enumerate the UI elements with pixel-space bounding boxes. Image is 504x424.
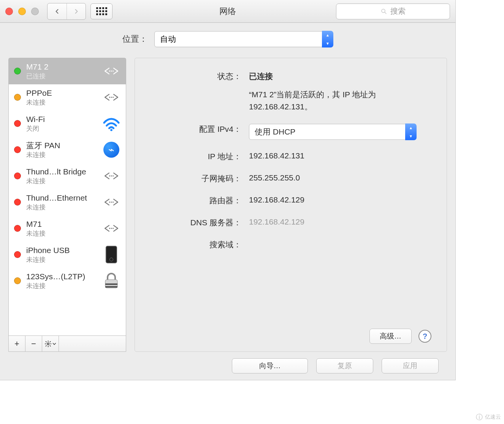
- config-ipv4-value: 使用 DHCP: [255, 127, 295, 137]
- advanced-button[interactable]: 高级…: [369, 329, 412, 344]
- interface-status: 未连接: [26, 282, 97, 290]
- interface-status: 未连接: [26, 151, 97, 159]
- svg-point-10: [111, 175, 112, 176]
- panels: M71 2已连接PPPoE未连接Wi-Fi关闭蓝牙 PAN未连接⌁Thund…l…: [8, 58, 447, 352]
- back-button[interactable]: [48, 3, 67, 19]
- dns-label: DNS 服务器：: [150, 216, 249, 228]
- ethernet-icon: [102, 219, 120, 237]
- interface-name: 蓝牙 PAN: [26, 141, 97, 150]
- interface-item[interactable]: M71 2已连接: [9, 58, 126, 84]
- interface-item[interactable]: M71未连接: [9, 215, 126, 242]
- status-dot-icon: [14, 94, 21, 101]
- svg-point-12: [109, 201, 110, 203]
- bluetooth-icon: ⌁: [102, 141, 120, 159]
- interface-name: Wi-Fi: [26, 114, 97, 124]
- status-dot-icon: [14, 277, 21, 284]
- watermark-logo-icon: ⓘ: [476, 413, 483, 422]
- ethernet-icon: [102, 88, 120, 106]
- interface-status: 未连接: [26, 177, 97, 185]
- watermark-text: 亿速云: [485, 414, 501, 421]
- interface-text: PPPoE未连接: [26, 88, 97, 106]
- traffic-lights: [5, 8, 39, 15]
- status-dot-icon: [14, 120, 21, 127]
- searchdomain-value: [249, 238, 431, 239]
- search-input[interactable]: 搜索: [336, 3, 450, 19]
- interface-text: M71未连接: [26, 219, 97, 237]
- svg-point-8: [110, 129, 113, 131]
- status-dot-icon: [14, 251, 21, 258]
- interface-item[interactable]: iPhone USB未连接: [9, 242, 126, 268]
- sidebar-footer: + −: [9, 335, 126, 351]
- interface-item[interactable]: Wi-Fi关闭: [9, 111, 126, 137]
- remove-interface-button[interactable]: −: [25, 336, 42, 351]
- zoom-window-button[interactable]: [31, 8, 39, 15]
- interface-name: M71 2: [26, 62, 97, 72]
- detail-panel: 状态： 已连接 “M71 2”当前是活跃的，其 IP 地址为 192.168.4…: [135, 58, 447, 352]
- show-all-button[interactable]: [90, 3, 113, 19]
- wizard-button[interactable]: 向导…: [232, 358, 308, 373]
- router-value: 192.168.42.129: [249, 194, 431, 204]
- minimize-window-button[interactable]: [18, 8, 26, 15]
- chevron-left-icon: [53, 8, 61, 15]
- interface-status: 未连接: [26, 256, 97, 264]
- interface-status: 关闭: [26, 125, 97, 133]
- interface-actions-button[interactable]: [42, 336, 59, 351]
- location-label: 位置：: [122, 33, 147, 45]
- svg-point-17: [113, 228, 114, 229]
- svg-point-11: [113, 175, 114, 176]
- interface-name: 123Sys…(L2TP): [26, 272, 97, 282]
- interface-list: M71 2已连接PPPoE未连接Wi-Fi关闭蓝牙 PAN未连接⌁Thund…l…: [9, 58, 126, 335]
- svg-point-5: [109, 97, 110, 98]
- ip-label: IP 地址：: [150, 150, 249, 162]
- ethernet-icon: [102, 193, 120, 211]
- add-interface-button[interactable]: +: [9, 336, 25, 351]
- config-ipv4-label: 配置 IPv4：: [150, 122, 249, 134]
- location-popup[interactable]: 自动 ▲▼: [154, 31, 333, 47]
- subnet-label: 子网掩码：: [150, 172, 249, 184]
- network-preferences-window: 网络 搜索 位置： 自动 ▲▼ M71 2已连接PPPoE未连接Wi-Fi关闭蓝…: [0, 0, 455, 380]
- svg-line-1: [385, 12, 386, 14]
- forward-button[interactable]: [67, 3, 86, 19]
- svg-point-3: [111, 70, 112, 71]
- popup-arrows-icon: ▲▼: [405, 123, 417, 140]
- interface-text: Wi-Fi关闭: [26, 114, 97, 133]
- wifi-icon: [102, 114, 120, 133]
- svg-point-7: [113, 97, 114, 98]
- status-dot-icon: [14, 68, 21, 74]
- searchdomain-label: 搜索域：: [150, 238, 249, 250]
- status-dot-icon: [14, 172, 21, 179]
- config-ipv4-popup[interactable]: 使用 DHCP ▲▼: [249, 124, 416, 140]
- apply-button[interactable]: 应用: [382, 358, 439, 373]
- svg-point-13: [111, 201, 112, 203]
- status-dot-icon: [14, 225, 21, 232]
- interface-text: 123Sys…(L2TP)未连接: [26, 272, 97, 290]
- close-window-button[interactable]: [5, 8, 13, 15]
- router-label: 路由器：: [150, 194, 249, 206]
- interface-name: iPhone USB: [26, 245, 97, 255]
- interface-item[interactable]: Thund…lt Bridge未连接: [9, 163, 126, 189]
- status-value: 已连接: [249, 72, 273, 81]
- svg-point-6: [111, 97, 112, 98]
- interface-status: 未连接: [26, 229, 97, 237]
- svg-point-0: [382, 9, 385, 13]
- search-placeholder: 搜索: [390, 6, 406, 16]
- lock-icon: [102, 272, 120, 290]
- phone-icon: [102, 245, 120, 264]
- svg-point-21: [47, 343, 49, 345]
- interface-item[interactable]: PPPoE未连接: [9, 84, 126, 111]
- interface-item[interactable]: 123Sys…(L2TP)未连接: [9, 268, 126, 294]
- interface-item[interactable]: Thund…Ethernet未连接: [9, 189, 126, 215]
- interface-text: Thund…Ethernet未连接: [26, 193, 97, 211]
- svg-point-4: [113, 70, 114, 71]
- interface-item[interactable]: 蓝牙 PAN未连接⌁: [9, 137, 126, 163]
- interface-name: PPPoE: [26, 88, 97, 98]
- location-value: 自动: [160, 34, 176, 44]
- help-button[interactable]: ?: [418, 330, 431, 343]
- popup-arrows-icon: ▲▼: [322, 31, 333, 47]
- interface-name: Thund…Ethernet: [26, 193, 97, 203]
- status-dot-icon: [14, 146, 21, 153]
- status-dot-icon: [14, 199, 21, 206]
- interfaces-sidebar: M71 2已连接PPPoE未连接Wi-Fi关闭蓝牙 PAN未连接⌁Thund…l…: [8, 58, 126, 352]
- svg-rect-19: [105, 283, 117, 285]
- revert-button[interactable]: 复原: [316, 358, 373, 373]
